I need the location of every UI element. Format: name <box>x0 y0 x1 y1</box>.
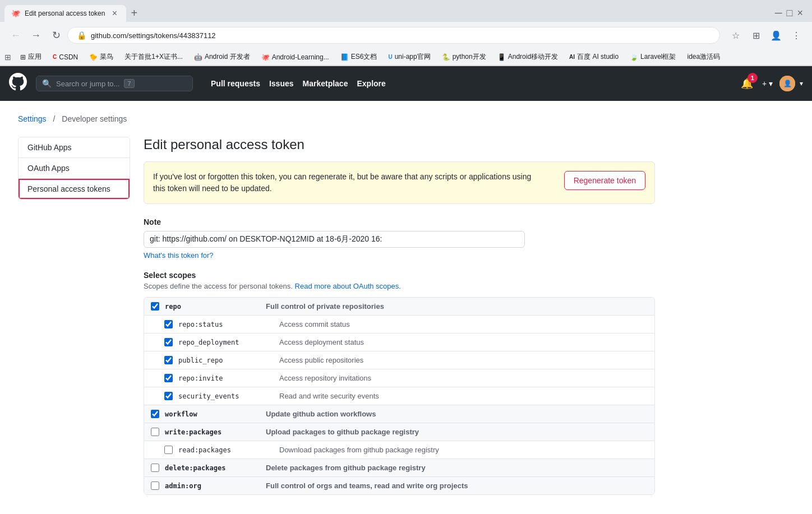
active-tab[interactable]: 🐙 Edit personal access token × <box>4 5 126 22</box>
warning-text: If you've lost or forgotten this token, … <box>153 171 534 195</box>
scope-desc-repo: Full control of private repositories <box>266 302 648 311</box>
scope-checkbox-repo-status[interactable] <box>164 320 173 328</box>
oauth-scopes-link[interactable]: Read more about OAuth scopes. <box>295 282 401 290</box>
scope-desc-repo-invite: Access repository invitations <box>279 374 648 382</box>
scope-name-public-repo: public_repo <box>178 356 279 364</box>
close-window-button[interactable]: × <box>797 7 803 19</box>
extension-button[interactable]: ⊞ <box>747 26 765 44</box>
close-tab-button[interactable]: × <box>109 8 119 18</box>
nav-marketplace[interactable]: Marketplace <box>303 79 348 88</box>
scope-row-read-packages: read:packages Download packages from git… <box>144 441 654 459</box>
bookmark-android-learning[interactable]: 🐙 Android-Learning... <box>257 51 334 63</box>
bookmark-android-mobile[interactable]: 📱 Android移动开发 <box>493 50 562 64</box>
scope-desc-write-packages: Upload packages to github package regist… <box>266 428 648 436</box>
scope-desc-admin-org: Full control of orgs and teams, read and… <box>266 481 648 490</box>
scope-row-repo: repo Full control of private repositorie… <box>144 298 654 316</box>
python-favicon: 🐍 <box>442 53 450 61</box>
maximize-button[interactable]: □ <box>787 7 793 19</box>
refresh-button[interactable]: ↻ <box>47 26 65 44</box>
browser-controls: ← → ↻ 🔒 github.com/settings/tokens/44383… <box>0 22 812 49</box>
scope-checkbox-admin-org[interactable] <box>151 481 159 490</box>
scope-checkbox-read-packages[interactable] <box>164 446 173 454</box>
tab-favicon: 🐙 <box>11 9 20 18</box>
bookmark-python[interactable]: 🐍 python开发 <box>437 50 491 64</box>
scope-name-write-packages: write:packages <box>165 428 266 436</box>
scope-name-repo-invite: repo:invite <box>178 374 279 382</box>
address-bar[interactable]: 🔒 github.com/settings/tokens/443837112 <box>67 27 720 44</box>
menu-button[interactable]: ⋮ <box>787 26 805 44</box>
search-icon: 🔍 <box>42 79 52 88</box>
bookmark-rookie-label: 菜鸟 <box>100 52 113 62</box>
scope-name-security-events: security_events <box>178 392 279 400</box>
bookmark-baidu-ai-label: 百度 AI studio <box>577 52 619 62</box>
breadcrumb: Settings / Developer settings <box>18 114 655 123</box>
scope-checkbox-repo-invite[interactable] <box>164 374 173 382</box>
sidebar-item-personal-access-tokens[interactable]: Personal access tokens <box>19 179 130 199</box>
avatar-dropdown-icon[interactable]: ▾ <box>800 80 803 87</box>
bookmark-rookie[interactable]: 🐤 菜鸟 <box>85 50 118 64</box>
sidebar-nav: GitHub Apps OAuth Apps Personal access t… <box>18 137 130 200</box>
github-logo[interactable] <box>9 73 27 95</box>
github-header-right: 🔔 1 + ▾ 👤 ▾ <box>739 75 803 92</box>
scope-row-write-packages: write:packages Upload packages to github… <box>144 423 654 441</box>
regenerate-token-button[interactable]: Regenerate token <box>564 171 645 190</box>
bookmark-android[interactable]: 🤖 Android 开发者 <box>190 50 255 64</box>
scopes-desc: Scopes define the access for personal to… <box>144 282 655 290</box>
scope-row-repo-invite: repo:invite Access repository invitation… <box>144 369 654 387</box>
page-content: Settings / Developer settings GitHub App… <box>0 101 673 508</box>
scope-row-admin-org: admin:org Full control of orgs and teams… <box>144 477 654 494</box>
scope-row-delete-packages: delete:packages Delete packages from git… <box>144 459 654 477</box>
bookmark-uniapp[interactable]: U uni-app官网 <box>384 50 435 64</box>
scope-checkbox-delete-packages[interactable] <box>151 464 159 472</box>
scopes-table: repo Full control of private repositorie… <box>144 297 655 495</box>
minimize-button[interactable]: ─ <box>775 7 782 19</box>
bookmark-csdn[interactable]: C CSDN <box>48 51 82 63</box>
scope-row-workflow: workflow Update github action workflows <box>144 405 654 423</box>
breadcrumb-settings[interactable]: Settings <box>18 114 47 123</box>
scope-desc-public-repo: Access public repositories <box>279 356 648 364</box>
bookmark-python-label: python开发 <box>453 52 486 62</box>
nav-issues[interactable]: Issues <box>269 79 294 88</box>
bookmarks-bar: ⊞ ⊞ 应用 C CSDN 🐤 菜鸟 关于首批1+X证书... 🤖 Androi… <box>0 49 812 66</box>
bookmark-apps[interactable]: ⊞ 应用 <box>16 50 46 64</box>
sidebar-item-github-apps[interactable]: GitHub Apps <box>19 137 130 158</box>
bookmark-laravel-label: Laravel框架 <box>640 52 676 62</box>
bookmark-button[interactable]: ☆ <box>727 26 745 44</box>
bookmark-baidu-ai[interactable]: AI 百度 AI studio <box>565 50 623 64</box>
nav-pull-requests[interactable]: Pull requests <box>211 79 260 88</box>
browser-chrome: 🐙 Edit personal access token × + ─ □ × ←… <box>0 0 812 66</box>
notification-count: 1 <box>748 73 758 83</box>
bookmark-laravel[interactable]: 🍃 Laravel框架 <box>625 50 680 64</box>
user-avatar[interactable]: 👤 <box>779 76 795 91</box>
nav-explore[interactable]: Explore <box>357 79 385 88</box>
bookmarks-icon: ⊞ <box>4 53 11 62</box>
search-placeholder: Search or jump to... <box>56 80 119 88</box>
bookmark-apps-label: 应用 <box>28 52 41 62</box>
bookmark-cert[interactable]: 关于首批1+X证书... <box>120 50 187 64</box>
scope-checkbox-security-events[interactable] <box>164 392 173 400</box>
scope-checkbox-repo-deployment[interactable] <box>164 338 173 346</box>
scope-checkbox-workflow[interactable] <box>151 410 159 418</box>
create-button[interactable]: + ▾ <box>760 77 775 90</box>
android-learning-favicon: 🐙 <box>261 53 270 61</box>
helper-link[interactable]: What's this token for? <box>144 251 655 260</box>
note-input[interactable] <box>144 231 525 248</box>
bookmark-csdn-label: CSDN <box>59 53 78 61</box>
bookmark-idea[interactable]: idea激活码 <box>682 50 725 64</box>
forward-button[interactable]: → <box>27 26 45 44</box>
github-search[interactable]: 🔍 Search or jump to... 7 <box>36 76 193 91</box>
scope-checkbox-public-repo[interactable] <box>164 356 173 364</box>
bookmark-es6[interactable]: 📘 ES6文档 <box>336 50 382 64</box>
profile-button[interactable]: 👤 <box>767 26 785 44</box>
scope-row-public-repo: public_repo Access public repositories <box>144 351 654 369</box>
scope-checkbox-write-packages[interactable] <box>151 428 159 436</box>
bookmark-android-learning-label: Android-Learning... <box>272 53 329 61</box>
scopes-title: Select scopes <box>144 271 655 280</box>
new-tab-button[interactable]: + <box>126 4 142 22</box>
scope-checkbox-repo[interactable] <box>151 302 159 311</box>
sidebar-item-oauth-apps[interactable]: OAuth Apps <box>19 158 130 179</box>
tab-title: Edit personal access token <box>25 10 105 17</box>
csdn-favicon: C <box>53 54 57 60</box>
sidebar: GitHub Apps OAuth Apps Personal access t… <box>18 137 130 495</box>
back-button[interactable]: ← <box>7 26 25 44</box>
